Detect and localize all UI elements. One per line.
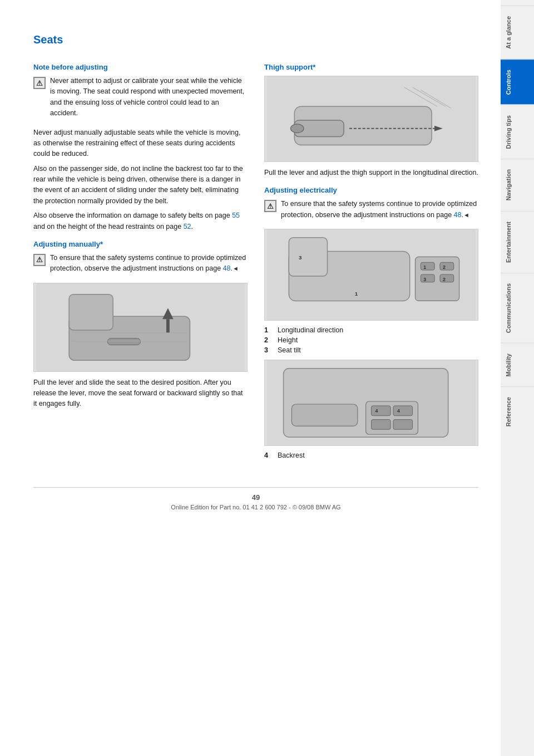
warning-triangle-icon-manual: ⚠ bbox=[33, 254, 46, 266]
svg-text:3: 3 bbox=[423, 277, 426, 282]
item-label-3: Seat tilt bbox=[278, 346, 301, 354]
warning-triangle-icon: ⚠ bbox=[33, 77, 46, 89]
list-item-4: 4 Backrest bbox=[264, 451, 478, 459]
list-item-2: 2 Height bbox=[264, 336, 478, 344]
page-number: 49 bbox=[33, 493, 478, 502]
electric-numbered-list-123: 1 Longitudinal direction 2 Height 3 Seat… bbox=[264, 326, 478, 354]
svg-rect-19 bbox=[289, 238, 327, 276]
note-para1: Never adjust manually adjustable seats w… bbox=[33, 127, 248, 160]
svg-rect-33 bbox=[291, 404, 357, 426]
warning-text-note: Never attempt to adjust or calibrate you… bbox=[50, 76, 248, 119]
svg-text:2: 2 bbox=[443, 277, 446, 282]
item-num-4: 4 bbox=[264, 451, 273, 459]
svg-rect-23 bbox=[421, 274, 434, 282]
right-column: Thigh support* bbox=[264, 55, 478, 465]
thigh-support-title: Thigh support* bbox=[264, 63, 478, 71]
item-label-1: Longitudinal direction bbox=[278, 326, 343, 334]
warning-text-electric: To ensure that the safety systems contin… bbox=[281, 199, 478, 220]
page-footer: 49 Online Edition for Part no. 01 41 2 6… bbox=[33, 487, 478, 510]
manual-description: Pull the lever and slide the seat to the… bbox=[33, 377, 248, 410]
svg-point-11 bbox=[290, 124, 304, 133]
svg-rect-3 bbox=[107, 338, 140, 345]
svg-text:4: 4 bbox=[375, 408, 378, 414]
divider-mark-manual: ◄ bbox=[233, 265, 239, 272]
footer-text: Online Edition for Part no. 01 41 2 600 … bbox=[171, 504, 340, 510]
svg-rect-5 bbox=[166, 319, 170, 333]
warning-box-electric: ⚠ To ensure that the safety systems cont… bbox=[264, 199, 478, 224]
sidebar-tab-reference[interactable]: Reference bbox=[501, 386, 534, 436]
warning-box-manual: ⚠ To ensure that the safety systems cont… bbox=[33, 253, 248, 278]
page48-manual-link[interactable]: 48 bbox=[223, 264, 231, 272]
svg-rect-2 bbox=[69, 294, 113, 330]
svg-rect-21 bbox=[421, 262, 434, 270]
svg-rect-37 bbox=[372, 420, 391, 430]
note-before-adjusting-title: Note before adjusting bbox=[33, 63, 248, 71]
item-num-1: 1 bbox=[264, 326, 273, 334]
divider-mark-electric: ◄ bbox=[463, 212, 469, 218]
backrest-svg: 4 4 bbox=[265, 360, 478, 445]
sidebar-tab-at-a-glance[interactable]: At a glance bbox=[501, 6, 534, 59]
sidebar: At a glance Controls Driving tips Naviga… bbox=[501, 0, 534, 756]
list-item-1: 1 Longitudinal direction bbox=[264, 326, 478, 334]
svg-rect-24 bbox=[440, 274, 454, 282]
sidebar-tab-driving-tips[interactable]: Driving tips bbox=[501, 105, 534, 159]
page55-link[interactable]: 55 bbox=[232, 212, 240, 219]
warning-text-manual: To ensure that the safety systems contin… bbox=[50, 253, 248, 274]
svg-rect-36 bbox=[393, 406, 413, 416]
two-column-layout: Note before adjusting ⚠ Never attempt to… bbox=[33, 55, 478, 465]
electric-controls-svg: 1 2 3 2 1 3 bbox=[265, 229, 478, 320]
item-num-2: 2 bbox=[264, 336, 273, 344]
sidebar-tab-communications[interactable]: Communications bbox=[501, 273, 534, 343]
svg-text:3: 3 bbox=[299, 254, 302, 261]
page48-electric-link[interactable]: 48 bbox=[454, 211, 462, 219]
page-title: Seats bbox=[33, 33, 478, 46]
svg-text:1: 1 bbox=[423, 264, 426, 270]
item-label-2: Height bbox=[278, 336, 298, 344]
thigh-support-description: Pull the lever and adjust the thigh supp… bbox=[264, 168, 478, 178]
svg-text:1: 1 bbox=[355, 291, 358, 297]
svg-text:4: 4 bbox=[397, 408, 400, 414]
warning-triangle-icon-electric: ⚠ bbox=[264, 200, 276, 212]
svg-rect-22 bbox=[440, 262, 454, 270]
adjusting-electrically-title: Adjusting electrically bbox=[264, 186, 478, 194]
electric-controls-image: 1 2 3 2 1 3 bbox=[264, 229, 478, 321]
adjusting-manually-title: Adjusting manually* bbox=[33, 240, 248, 248]
sidebar-tab-navigation[interactable]: Navigation bbox=[501, 159, 534, 210]
sidebar-tab-mobility[interactable]: Mobility bbox=[501, 343, 534, 387]
left-column: Note before adjusting ⚠ Never attempt to… bbox=[33, 55, 248, 465]
page52-link[interactable]: 52 bbox=[184, 223, 191, 230]
thigh-svg bbox=[265, 76, 478, 161]
item-num-3: 3 bbox=[264, 346, 273, 354]
svg-text:2: 2 bbox=[443, 264, 446, 270]
note-para2: Also on the passenger side, do not incli… bbox=[33, 164, 248, 207]
backrest-image: 4 4 bbox=[264, 360, 478, 446]
thigh-support-image bbox=[264, 76, 478, 162]
note-para3: Also observe the information on damage t… bbox=[33, 210, 248, 232]
sidebar-tab-controls[interactable]: Controls bbox=[501, 59, 534, 105]
item-label-4: Backrest bbox=[278, 451, 305, 459]
svg-rect-35 bbox=[372, 406, 391, 416]
seat-lever-image bbox=[33, 283, 248, 372]
electric-numbered-list-4: 4 Backrest bbox=[264, 451, 478, 459]
seat-lever-svg bbox=[34, 283, 247, 371]
sidebar-tab-entertainment[interactable]: Entertainment bbox=[501, 211, 534, 273]
main-content: Seats Note before adjusting ⚠ Never atte… bbox=[0, 0, 501, 756]
warning-box-note: ⚠ Never attempt to adjust or calibrate y… bbox=[33, 76, 248, 123]
list-item-3: 3 Seat tilt bbox=[264, 346, 478, 354]
svg-rect-38 bbox=[393, 420, 413, 430]
